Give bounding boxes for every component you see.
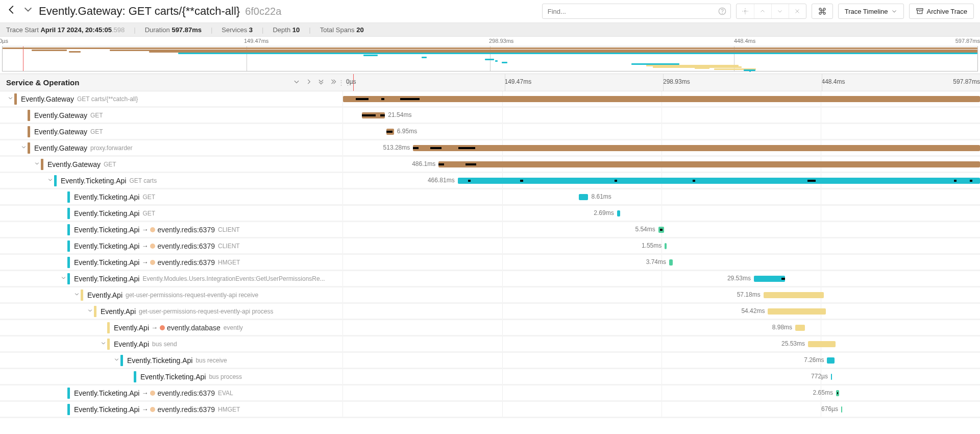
span-duration: 6.95ms xyxy=(397,128,417,135)
service-color xyxy=(41,159,43,170)
span-row[interactable]: Evently.GatewayGET6.95ms xyxy=(0,124,980,140)
span-duration: 2.69ms xyxy=(594,209,614,216)
service-color xyxy=(120,355,123,366)
span-duration: 7.26ms xyxy=(804,356,824,364)
span-row[interactable]: Evently.Apiget-user-permissions-request-… xyxy=(0,304,980,320)
span-bar[interactable] xyxy=(579,194,589,200)
span-bar[interactable] xyxy=(831,374,832,380)
span-bar[interactable] xyxy=(617,210,620,216)
service-name: Evently.Ticketing.Api xyxy=(74,193,139,201)
span-bar[interactable] xyxy=(754,276,785,282)
service-color xyxy=(107,339,110,350)
span-bar[interactable] xyxy=(665,243,667,249)
operation-name: bus receive xyxy=(195,357,227,364)
span-bar[interactable] xyxy=(458,178,980,184)
service-color xyxy=(28,126,30,137)
locate-icon[interactable] xyxy=(737,4,754,18)
expand-icon[interactable] xyxy=(22,4,34,18)
span-bar[interactable] xyxy=(841,406,842,413)
span-bar[interactable] xyxy=(438,161,980,167)
span-row[interactable]: Evently.Apiget-user-permissions-request-… xyxy=(0,287,980,304)
span-row[interactable]: Evently.Gatewayproxy.forwarder513.28ms xyxy=(0,140,980,157)
svg-point-2 xyxy=(744,10,746,12)
span-bar[interactable] xyxy=(343,96,980,102)
span-row[interactable]: Evently.GatewayGET21.54ms xyxy=(0,108,980,124)
shortcuts-button[interactable] xyxy=(812,4,833,19)
span-row[interactable]: Evently.Ticketing.Apibus process772µs xyxy=(0,369,980,385)
service-color xyxy=(67,257,70,268)
span-row[interactable]: Evently.Ticketing.ApiGET2.69ms xyxy=(0,206,980,222)
find-prev-icon[interactable] xyxy=(754,4,771,18)
minimap[interactable]: 0µs149.47ms298.93ms448.4ms597.87ms xyxy=(0,37,980,74)
span-row[interactable]: Evently.Ticketing.ApiGET8.61ms xyxy=(0,189,980,206)
expand-dbl-icon[interactable] xyxy=(330,78,337,87)
service-color xyxy=(28,110,30,121)
caret-icon[interactable] xyxy=(112,357,120,364)
archive-button[interactable]: Archive Trace xyxy=(909,4,974,19)
span-duration: 2.65ms xyxy=(813,389,833,396)
back-icon[interactable] xyxy=(6,4,17,18)
span-row[interactable]: Evently.Ticketing.Api→evently.redis:6379… xyxy=(0,255,980,271)
caret-icon[interactable] xyxy=(59,275,67,282)
span-row[interactable]: Evently.Ticketing.Api→evently.redis:6379… xyxy=(0,238,980,255)
caret-icon[interactable] xyxy=(72,292,81,299)
span-row[interactable]: Evently.GatewayGET carts/{**catch-all} xyxy=(0,91,980,108)
collapse-dbl-icon[interactable] xyxy=(317,78,325,87)
operation-name: GET xyxy=(90,112,103,119)
span-duration: 1.55ms xyxy=(642,242,662,249)
operation-name: GET xyxy=(104,161,116,168)
span-bar[interactable] xyxy=(795,325,805,331)
span-duration: 8.61ms xyxy=(591,193,611,200)
span-duration: 29.53ms xyxy=(727,275,751,282)
span-row[interactable]: Evently.Ticketing.Apibus receive7.26ms xyxy=(0,353,980,369)
operation-name: Evently.Modules.Users.IntegrationEvents:… xyxy=(142,275,325,282)
span-duration: 54.42ms xyxy=(741,307,765,315)
span-row[interactable]: Evently.Ticketing.Api→evently.redis:6379… xyxy=(0,222,980,238)
expand-one-icon[interactable] xyxy=(305,78,312,87)
operation-name: proxy.forwarder xyxy=(90,144,132,152)
span-row[interactable]: Evently.Apibus send25.53ms xyxy=(0,336,980,353)
span-row[interactable]: Evently.Ticketing.ApiEvently.Modules.Use… xyxy=(0,271,980,287)
caret-icon[interactable] xyxy=(86,308,94,315)
dest-kind: evently xyxy=(224,324,243,331)
span-row[interactable]: Evently.Api→evently.databaseevently8.98m… xyxy=(0,320,980,336)
dest-name: evently.redis:6379 xyxy=(157,405,215,414)
left-title: Service & Operation xyxy=(6,78,79,87)
service-name: Evently.Ticketing.Api xyxy=(61,177,126,185)
operation-name: get-user-permissions-request-evently-api… xyxy=(139,308,273,315)
span-row[interactable]: Evently.Ticketing.Api→evently.redis:6379… xyxy=(0,385,980,402)
caret-icon[interactable] xyxy=(99,341,107,348)
find-close-icon[interactable] xyxy=(789,4,806,18)
span-bar[interactable] xyxy=(669,259,673,266)
span-bar[interactable] xyxy=(808,341,836,347)
service-color xyxy=(54,175,57,186)
dest-name: evently.redis:6379 xyxy=(157,242,215,250)
span-row[interactable]: Evently.Ticketing.Api→evently.redis:6379… xyxy=(0,402,980,418)
span-bar[interactable] xyxy=(413,145,980,151)
service-color xyxy=(67,191,70,203)
caret-icon[interactable] xyxy=(19,144,28,152)
search-input[interactable] xyxy=(543,8,716,15)
find-nav xyxy=(736,4,806,19)
span-row[interactable]: Evently.GatewayGET486.1ms xyxy=(0,157,980,173)
service-name: Evently.Api xyxy=(114,324,149,332)
statsbar: Trace Start April 17 2024, 20:45:05.598 … xyxy=(0,22,980,37)
span-bar[interactable] xyxy=(768,308,826,315)
view-select[interactable]: Trace Timeline xyxy=(838,4,904,19)
trace-title: Evently.Gateway: GET carts/{**catch-all}… xyxy=(39,5,281,18)
span-bar[interactable] xyxy=(764,292,824,298)
caret-icon[interactable] xyxy=(6,95,14,103)
dest-kind: CLIENT xyxy=(218,243,240,250)
caret-icon[interactable] xyxy=(46,177,54,184)
service-name: Evently.Gateway xyxy=(34,144,87,152)
span-bar[interactable] xyxy=(827,357,835,364)
caret-icon[interactable] xyxy=(33,161,41,168)
operation-name: bus process xyxy=(209,373,242,380)
service-name: Evently.Gateway xyxy=(47,160,101,168)
span-row[interactable]: Evently.Ticketing.ApiGET carts466.81ms xyxy=(0,173,980,189)
find-next-icon[interactable] xyxy=(771,4,789,18)
dest-name: evently.database xyxy=(167,324,220,332)
dest-name: evently.redis:6379 xyxy=(157,258,215,267)
help-icon[interactable] xyxy=(716,5,728,17)
collapse-all-icon[interactable] xyxy=(293,78,300,87)
